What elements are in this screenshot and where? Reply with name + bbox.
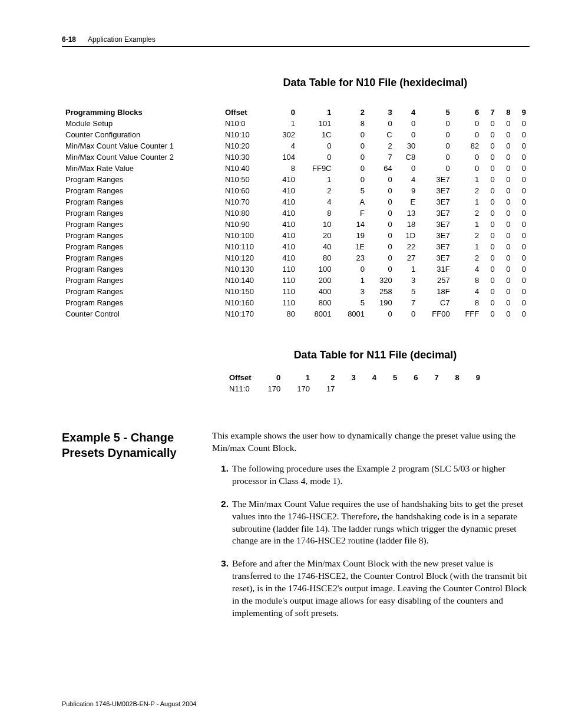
table-cell [343, 383, 363, 394]
table-cell: 2 [299, 185, 335, 196]
table-row: Program RangesN10:704104A0E3E71000 [62, 196, 530, 207]
table-cell: 8001 [335, 308, 369, 319]
table-cell: 0 [482, 297, 498, 308]
table-cell: 4 [396, 174, 419, 185]
table-cell: 0 [482, 129, 498, 140]
table-cell: 0 [498, 252, 514, 263]
table-cell: N10:70 [222, 196, 272, 207]
table-row: Program RangesN10:6041025093E72000 [62, 185, 530, 196]
table-cell: 4 [271, 140, 299, 151]
table-cell: 0 [396, 163, 419, 174]
table-cell: 0 [498, 140, 514, 151]
table-row: Counter ConfigurationN10:103021C0C000000 [62, 129, 530, 140]
table-cell: 64 [368, 163, 396, 174]
table-cell: 3E7 [419, 219, 454, 230]
table-cell: 0 [514, 118, 530, 129]
table-cell: 0 [368, 196, 396, 207]
table-cell: 0 [335, 151, 369, 163]
table-cell: 190 [368, 297, 396, 308]
table-cell: N10:110 [222, 241, 272, 252]
table-cell: 0 [482, 151, 498, 163]
table-cell: Program Ranges [62, 196, 222, 207]
table-cell: 7 [396, 297, 419, 308]
table-cell: 0 [368, 219, 396, 230]
table-cell: N10:90 [222, 219, 272, 230]
table-row: Program RangesN10:13011010000131F4000 [62, 263, 530, 275]
table-cell: N10:100 [222, 230, 272, 241]
table-cell: 0 [514, 252, 530, 263]
table-cell: N10:160 [222, 297, 272, 308]
table-cell: 0 [482, 174, 498, 185]
table-cell: 1C [299, 129, 335, 140]
table-cell: 0 [514, 308, 530, 319]
table-header-cell: 9 [514, 107, 530, 118]
table-cell: 0 [514, 297, 530, 308]
table-cell: 0 [514, 151, 530, 163]
table-cell: 31F [419, 263, 454, 275]
step-text: The following procedure uses the Example… [232, 463, 530, 487]
table-cell: 0 [498, 275, 514, 286]
table-cell: 170 [260, 383, 289, 394]
table-cell: 0 [498, 263, 514, 275]
example-steps: 1.The following procedure uses the Examp… [212, 463, 530, 620]
table-cell: Program Ranges [62, 174, 222, 185]
table-cell: C [368, 129, 396, 140]
table-cell: 110 [271, 286, 299, 297]
table-row: Program RangesN10:5041010043E71000 [62, 174, 530, 185]
table-cell: 0 [498, 196, 514, 207]
data-table-n10: Programming BlocksOffset0123456789 Modul… [62, 107, 530, 319]
table-cell: 0 [514, 163, 530, 174]
table-cell: 410 [271, 196, 299, 207]
table-cell: 0 [498, 219, 514, 230]
table-header-cell: Offset [222, 107, 272, 118]
table-cell: 0 [482, 196, 498, 207]
table-cell: 101 [299, 118, 335, 129]
table-cell: 1 [454, 219, 483, 230]
table-cell: 3E7 [419, 196, 454, 207]
table-row: Program RangesN10:110410401E0223E71000 [62, 241, 530, 252]
table-cell: 14 [335, 219, 369, 230]
table-cell [426, 383, 447, 394]
table-cell: 1 [396, 263, 419, 275]
table-cell: C7 [419, 297, 454, 308]
table-cell: 410 [271, 207, 299, 219]
table-cell: 80 [271, 308, 299, 319]
table-cell: 410 [271, 241, 299, 252]
table-cell: 0 [514, 185, 530, 196]
table-row: Program RangesN10:1501104003258518F4000 [62, 286, 530, 297]
table-cell: 0 [482, 118, 498, 129]
table-row: Min/Max Count Value Counter 1N10:2040023… [62, 140, 530, 151]
table-header-cell: 3 [368, 107, 396, 118]
table-cell: 7 [368, 151, 396, 163]
table1-title: Data Table for N10 File (hexidecimal) [221, 77, 530, 89]
table-cell: 0 [514, 196, 530, 207]
table-cell: N10:150 [222, 286, 272, 297]
step-number: 3. [212, 558, 232, 620]
table-cell: 0 [514, 286, 530, 297]
table-cell: 8 [335, 118, 369, 129]
table-cell: 0 [396, 118, 419, 129]
table-cell: 0 [498, 241, 514, 252]
table-cell: 0 [299, 140, 335, 151]
table-cell: N10:170 [222, 308, 272, 319]
table-cell: 23 [335, 252, 369, 263]
table-cell: 0 [454, 118, 483, 129]
table-cell: 0 [482, 252, 498, 263]
table-cell: 0 [498, 185, 514, 196]
table-cell: N11:0 [221, 383, 260, 394]
table-cell: 302 [271, 129, 299, 140]
table-cell: 1 [454, 241, 483, 252]
example-heading: Example 5 - Change Presets Dynamically [62, 430, 212, 460]
table-cell: 0 [498, 129, 514, 140]
table-cell: 0 [482, 140, 498, 151]
table-cell: 3E7 [419, 230, 454, 241]
table-cell: 0 [482, 219, 498, 230]
table-cell: 4 [454, 263, 483, 275]
table-cell: 0 [419, 140, 454, 151]
table-cell: 19 [335, 230, 369, 241]
table-cell: 18F [419, 286, 454, 297]
table-cell: 0 [419, 163, 454, 174]
table-cell: Module Setup [62, 118, 222, 129]
table-cell: N10:30 [222, 151, 272, 163]
table-cell: 0 [454, 151, 483, 163]
